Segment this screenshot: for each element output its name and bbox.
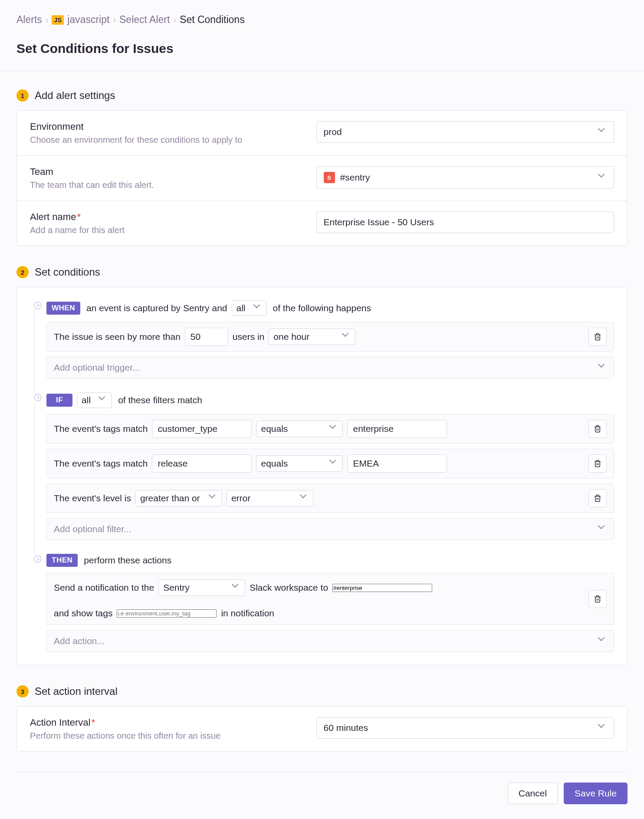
chevron-down-icon	[210, 494, 217, 502]
delete-then-action-button[interactable]	[588, 590, 607, 608]
chevron-down-icon	[254, 304, 262, 312]
alert-settings-panel: Environment Choose an environment for th…	[16, 110, 628, 246]
environment-sub: Choose an environment for these conditio…	[30, 135, 316, 145]
alert-name-label: Alert name*	[30, 211, 316, 223]
team-select[interactable]: S #sentry	[316, 166, 614, 189]
if-rule-text: The event's tags match	[54, 458, 148, 469]
trash-icon	[594, 595, 601, 603]
when-tag: WHEN	[46, 302, 80, 315]
save-rule-button[interactable]: Save Rule	[564, 783, 628, 804]
if-rule-row: The event's tags match equals	[46, 449, 614, 478]
alert-name-sub: Add a name for this alert	[30, 225, 316, 235]
then-text-3: and show tags	[54, 608, 112, 618]
breadcrumb-sep: ›	[46, 15, 49, 25]
delete-when-rule-button[interactable]	[588, 328, 607, 346]
if-rule-text: The event's tags match	[54, 424, 148, 434]
clause-bullet-icon	[34, 302, 42, 309]
then-text-4: in notification	[221, 608, 274, 618]
chevron-down-icon	[599, 724, 607, 732]
footer: Cancel Save Rule	[16, 772, 628, 804]
breadcrumb-project[interactable]: javascript	[67, 14, 109, 26]
chevron-down-icon	[599, 128, 607, 136]
environment-select[interactable]: prod	[316, 121, 614, 143]
breadcrumb-alerts[interactable]: Alerts	[16, 14, 42, 26]
interval-sub: Perform these actions once this often fo…	[30, 731, 316, 741]
if-tag: IF	[46, 394, 72, 407]
if-operator-select[interactable]: equals	[256, 455, 343, 472]
if-match-select[interactable]: all	[77, 392, 112, 408]
delete-if-rule-button[interactable]	[588, 489, 607, 507]
step-badge-1: 1	[16, 89, 29, 102]
alert-name-input[interactable]	[316, 211, 614, 233]
page-title: Set Conditions for Issues	[16, 41, 628, 56]
interval-select[interactable]: 60 minutes	[316, 717, 614, 739]
when-match-select[interactable]: all	[232, 300, 267, 316]
then-workspace-select[interactable]: Sentry	[158, 579, 245, 596]
delete-if-rule-button[interactable]	[588, 420, 607, 438]
section-title-conditions: Set conditions	[35, 266, 100, 278]
breadcrumb-current: Set Conditions	[180, 14, 245, 26]
step-badge-3: 3	[16, 685, 29, 697]
if-tag-value-input[interactable]	[347, 454, 447, 473]
if-level-operator-select[interactable]: greater than or equal to	[135, 490, 222, 507]
team-sub: The team that can edit this alert.	[30, 180, 316, 190]
breadcrumb-sep: ›	[173, 15, 176, 25]
if-text: of these filters match	[118, 395, 202, 405]
when-text-2: of the following happens	[273, 303, 371, 313]
then-text-1: Send a notification to the	[54, 582, 154, 593]
chevron-down-icon	[99, 396, 107, 404]
chevron-down-icon	[343, 333, 351, 341]
when-rule-row: The issue is seen by more than users in …	[46, 322, 614, 352]
if-tag-key-input[interactable]	[152, 420, 252, 438]
if-level-value-select[interactable]: error	[227, 490, 313, 507]
when-rule-text-1: The issue is seen by more than	[54, 332, 181, 342]
section-title-settings: Add alert settings	[35, 89, 115, 102]
then-action-row: Send a notification to the Sentry Slack …	[46, 573, 614, 625]
chevron-down-icon	[599, 637, 607, 645]
delete-if-rule-button[interactable]	[588, 454, 607, 473]
team-avatar: S	[324, 172, 335, 183]
then-channel-input[interactable]	[332, 584, 432, 592]
if-level-text: The event's level is	[54, 493, 131, 503]
then-text-2: Slack workspace to	[250, 582, 328, 593]
clause-bullet-icon	[34, 555, 42, 563]
if-operator-select[interactable]: equals	[256, 421, 343, 437]
section-title-interval: Set action interval	[35, 685, 118, 697]
chevron-down-icon	[301, 494, 309, 502]
trash-icon	[594, 424, 601, 433]
environment-label: Environment	[30, 121, 316, 132]
interval-label: Action Interval*	[30, 717, 316, 728]
when-threshold-input[interactable]	[185, 328, 228, 346]
action-interval-panel: Action Interval* Perform these actions o…	[16, 706, 628, 752]
when-text-1: an event is captured by Sentry and	[86, 303, 227, 313]
chevron-down-icon	[233, 584, 240, 592]
then-tags-input[interactable]	[117, 609, 217, 618]
then-text: perform these actions	[84, 555, 171, 566]
chevron-down-icon	[599, 525, 607, 533]
add-trigger-select[interactable]: Add optional trigger...	[46, 357, 614, 378]
chevron-down-icon	[599, 174, 607, 181]
chevron-down-icon	[599, 364, 607, 372]
clause-bullet-icon	[34, 394, 42, 401]
step-badge-2: 2	[16, 266, 29, 278]
cancel-button[interactable]: Cancel	[508, 783, 558, 804]
trash-icon	[594, 332, 601, 341]
if-tag-value-input[interactable]	[347, 420, 447, 438]
add-filter-select[interactable]: Add optional filter...	[46, 518, 614, 540]
conditions-panel: WHEN an event is captured by Sentry and …	[16, 287, 628, 665]
if-tag-key-input[interactable]	[152, 454, 252, 473]
breadcrumb-select-alert[interactable]: Select Alert	[119, 14, 170, 26]
breadcrumb-sep: ›	[113, 15, 116, 25]
trash-icon	[594, 494, 601, 503]
if-rule-row: The event's tags match equals	[46, 414, 614, 444]
when-interval-select[interactable]: one hour	[269, 329, 355, 345]
breadcrumb: Alerts › JS javascript › Select Alert › …	[16, 14, 628, 26]
trash-icon	[594, 459, 601, 468]
chevron-down-icon	[330, 460, 338, 467]
chevron-down-icon	[330, 425, 338, 433]
if-level-rule-row: The event's level is greater than or equ…	[46, 484, 614, 513]
js-badge: JS	[52, 15, 64, 25]
team-label: Team	[30, 166, 316, 178]
when-rule-text-2: users in	[233, 332, 265, 342]
add-action-select[interactable]: Add action...	[46, 630, 614, 652]
